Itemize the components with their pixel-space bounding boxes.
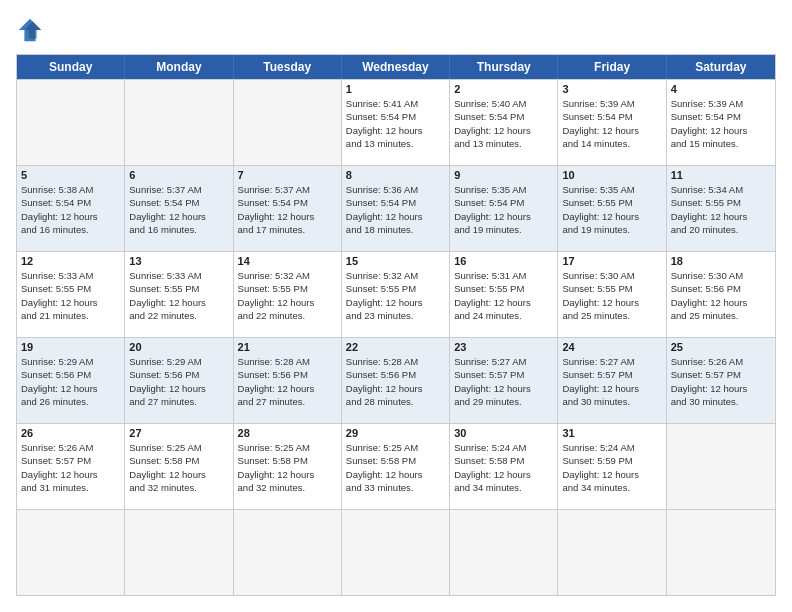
header-friday: Friday: [558, 55, 666, 79]
calendar-cell-2-0: 12Sunrise: 5:33 AM Sunset: 5:55 PM Dayli…: [17, 252, 125, 337]
day-number: 23: [454, 341, 553, 353]
calendar-body: 1Sunrise: 5:41 AM Sunset: 5:54 PM Daylig…: [17, 79, 775, 595]
day-number: 8: [346, 169, 445, 181]
header-saturday: Saturday: [667, 55, 775, 79]
day-info: Sunrise: 5:25 AM Sunset: 5:58 PM Dayligh…: [238, 441, 337, 494]
day-number: 18: [671, 255, 771, 267]
day-info: Sunrise: 5:25 AM Sunset: 5:58 PM Dayligh…: [346, 441, 445, 494]
day-number: 30: [454, 427, 553, 439]
day-info: Sunrise: 5:28 AM Sunset: 5:56 PM Dayligh…: [238, 355, 337, 408]
calendar-row-3: 19Sunrise: 5:29 AM Sunset: 5:56 PM Dayli…: [17, 337, 775, 423]
day-info: Sunrise: 5:29 AM Sunset: 5:56 PM Dayligh…: [21, 355, 120, 408]
day-info: Sunrise: 5:41 AM Sunset: 5:54 PM Dayligh…: [346, 97, 445, 150]
calendar-cell-3-4: 23Sunrise: 5:27 AM Sunset: 5:57 PM Dayli…: [450, 338, 558, 423]
calendar-cell-0-4: 2Sunrise: 5:40 AM Sunset: 5:54 PM Daylig…: [450, 80, 558, 165]
day-info: Sunrise: 5:27 AM Sunset: 5:57 PM Dayligh…: [562, 355, 661, 408]
calendar-cell-0-2: [234, 80, 342, 165]
calendar-cell-1-0: 5Sunrise: 5:38 AM Sunset: 5:54 PM Daylig…: [17, 166, 125, 251]
header-monday: Monday: [125, 55, 233, 79]
day-number: 10: [562, 169, 661, 181]
day-number: 22: [346, 341, 445, 353]
day-info: Sunrise: 5:34 AM Sunset: 5:55 PM Dayligh…: [671, 183, 771, 236]
calendar-cell-5-0: [17, 510, 125, 595]
calendar-cell-2-1: 13Sunrise: 5:33 AM Sunset: 5:55 PM Dayli…: [125, 252, 233, 337]
calendar-cell-0-6: 4Sunrise: 5:39 AM Sunset: 5:54 PM Daylig…: [667, 80, 775, 165]
calendar-cell-1-5: 10Sunrise: 5:35 AM Sunset: 5:55 PM Dayli…: [558, 166, 666, 251]
calendar-cell-5-5: [558, 510, 666, 595]
calendar-cell-4-4: 30Sunrise: 5:24 AM Sunset: 5:58 PM Dayli…: [450, 424, 558, 509]
day-info: Sunrise: 5:30 AM Sunset: 5:56 PM Dayligh…: [671, 269, 771, 322]
day-number: 11: [671, 169, 771, 181]
day-number: 31: [562, 427, 661, 439]
calendar-cell-1-4: 9Sunrise: 5:35 AM Sunset: 5:54 PM Daylig…: [450, 166, 558, 251]
calendar-cell-4-1: 27Sunrise: 5:25 AM Sunset: 5:58 PM Dayli…: [125, 424, 233, 509]
day-info: Sunrise: 5:36 AM Sunset: 5:54 PM Dayligh…: [346, 183, 445, 236]
day-number: 27: [129, 427, 228, 439]
day-number: 9: [454, 169, 553, 181]
day-info: Sunrise: 5:27 AM Sunset: 5:57 PM Dayligh…: [454, 355, 553, 408]
day-info: Sunrise: 5:25 AM Sunset: 5:58 PM Dayligh…: [129, 441, 228, 494]
calendar-row-4: 26Sunrise: 5:26 AM Sunset: 5:57 PM Dayli…: [17, 423, 775, 509]
day-info: Sunrise: 5:26 AM Sunset: 5:57 PM Dayligh…: [671, 355, 771, 408]
day-info: Sunrise: 5:28 AM Sunset: 5:56 PM Dayligh…: [346, 355, 445, 408]
day-number: 19: [21, 341, 120, 353]
calendar-header: Sunday Monday Tuesday Wednesday Thursday…: [17, 55, 775, 79]
day-number: 4: [671, 83, 771, 95]
day-info: Sunrise: 5:26 AM Sunset: 5:57 PM Dayligh…: [21, 441, 120, 494]
calendar: Sunday Monday Tuesday Wednesday Thursday…: [16, 54, 776, 596]
calendar-cell-0-3: 1Sunrise: 5:41 AM Sunset: 5:54 PM Daylig…: [342, 80, 450, 165]
day-info: Sunrise: 5:39 AM Sunset: 5:54 PM Dayligh…: [562, 97, 661, 150]
header-tuesday: Tuesday: [234, 55, 342, 79]
calendar-cell-2-5: 17Sunrise: 5:30 AM Sunset: 5:55 PM Dayli…: [558, 252, 666, 337]
day-number: 13: [129, 255, 228, 267]
day-number: 12: [21, 255, 120, 267]
calendar-cell-3-5: 24Sunrise: 5:27 AM Sunset: 5:57 PM Dayli…: [558, 338, 666, 423]
day-number: 16: [454, 255, 553, 267]
calendar-cell-3-6: 25Sunrise: 5:26 AM Sunset: 5:57 PM Dayli…: [667, 338, 775, 423]
day-info: Sunrise: 5:29 AM Sunset: 5:56 PM Dayligh…: [129, 355, 228, 408]
day-number: 2: [454, 83, 553, 95]
calendar-cell-0-5: 3Sunrise: 5:39 AM Sunset: 5:54 PM Daylig…: [558, 80, 666, 165]
day-number: 20: [129, 341, 228, 353]
calendar-cell-4-0: 26Sunrise: 5:26 AM Sunset: 5:57 PM Dayli…: [17, 424, 125, 509]
calendar-cell-5-2: [234, 510, 342, 595]
calendar-cell-1-3: 8Sunrise: 5:36 AM Sunset: 5:54 PM Daylig…: [342, 166, 450, 251]
calendar-cell-1-6: 11Sunrise: 5:34 AM Sunset: 5:55 PM Dayli…: [667, 166, 775, 251]
header-thursday: Thursday: [450, 55, 558, 79]
calendar-cell-3-2: 21Sunrise: 5:28 AM Sunset: 5:56 PM Dayli…: [234, 338, 342, 423]
day-info: Sunrise: 5:35 AM Sunset: 5:55 PM Dayligh…: [562, 183, 661, 236]
day-number: 14: [238, 255, 337, 267]
logo: [16, 16, 48, 44]
calendar-cell-4-5: 31Sunrise: 5:24 AM Sunset: 5:59 PM Dayli…: [558, 424, 666, 509]
calendar-cell-4-3: 29Sunrise: 5:25 AM Sunset: 5:58 PM Dayli…: [342, 424, 450, 509]
calendar-cell-4-2: 28Sunrise: 5:25 AM Sunset: 5:58 PM Dayli…: [234, 424, 342, 509]
day-number: 3: [562, 83, 661, 95]
calendar-cell-5-4: [450, 510, 558, 595]
day-number: 6: [129, 169, 228, 181]
calendar-cell-5-6: [667, 510, 775, 595]
calendar-row-5: [17, 509, 775, 595]
calendar-cell-2-3: 15Sunrise: 5:32 AM Sunset: 5:55 PM Dayli…: [342, 252, 450, 337]
day-number: 17: [562, 255, 661, 267]
page: Sunday Monday Tuesday Wednesday Thursday…: [0, 0, 792, 612]
day-info: Sunrise: 5:32 AM Sunset: 5:55 PM Dayligh…: [346, 269, 445, 322]
calendar-cell-2-4: 16Sunrise: 5:31 AM Sunset: 5:55 PM Dayli…: [450, 252, 558, 337]
day-number: 5: [21, 169, 120, 181]
day-number: 21: [238, 341, 337, 353]
day-info: Sunrise: 5:31 AM Sunset: 5:55 PM Dayligh…: [454, 269, 553, 322]
calendar-cell-2-6: 18Sunrise: 5:30 AM Sunset: 5:56 PM Dayli…: [667, 252, 775, 337]
day-info: Sunrise: 5:40 AM Sunset: 5:54 PM Dayligh…: [454, 97, 553, 150]
calendar-cell-2-2: 14Sunrise: 5:32 AM Sunset: 5:55 PM Dayli…: [234, 252, 342, 337]
logo-icon: [16, 16, 44, 44]
day-number: 26: [21, 427, 120, 439]
calendar-row-2: 12Sunrise: 5:33 AM Sunset: 5:55 PM Dayli…: [17, 251, 775, 337]
day-info: Sunrise: 5:32 AM Sunset: 5:55 PM Dayligh…: [238, 269, 337, 322]
calendar-cell-3-0: 19Sunrise: 5:29 AM Sunset: 5:56 PM Dayli…: [17, 338, 125, 423]
calendar-cell-3-3: 22Sunrise: 5:28 AM Sunset: 5:56 PM Dayli…: [342, 338, 450, 423]
calendar-row-1: 5Sunrise: 5:38 AM Sunset: 5:54 PM Daylig…: [17, 165, 775, 251]
day-number: 1: [346, 83, 445, 95]
day-info: Sunrise: 5:33 AM Sunset: 5:55 PM Dayligh…: [129, 269, 228, 322]
day-info: Sunrise: 5:30 AM Sunset: 5:55 PM Dayligh…: [562, 269, 661, 322]
calendar-cell-0-1: [125, 80, 233, 165]
day-info: Sunrise: 5:35 AM Sunset: 5:54 PM Dayligh…: [454, 183, 553, 236]
